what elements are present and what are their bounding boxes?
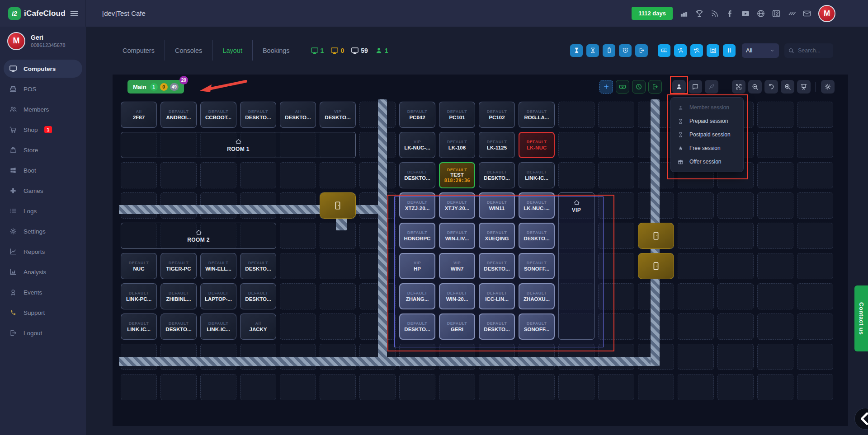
search-input[interactable] [797,47,830,54]
tab-computers[interactable]: Computers [113,40,165,61]
chat-button[interactable] [689,80,702,94]
tab-layout[interactable]: Layout [212,40,252,61]
computer-tile[interactable]: DEFAULTDESKTO... [479,162,515,188]
fullscreen-button[interactable] [732,80,745,94]
hourglass-fill-button[interactable] [570,44,583,57]
computer-tile[interactable]: DEFAULTDESKTO... [240,283,276,309]
sidebar-item-members[interactable]: Members [4,100,82,118]
door-tile[interactable] [638,223,674,249]
computer-tile[interactable]: DEFAULTDESKTO... [240,253,276,279]
computer-tile[interactable]: DEFAULTTIGER-PC [160,253,197,279]
exit-button[interactable] [635,44,648,57]
zoom-in-button[interactable] [781,80,794,94]
grid-cell [717,313,754,340]
zoom-out-button[interactable] [748,80,762,94]
sidebar-item-store[interactable]: Store [4,141,82,159]
sidebar-item-pos[interactable]: POS [4,80,82,98]
computer-tile[interactable]: DEFAULTLK-1125 [479,132,515,158]
computer-tile[interactable]: AllJACKY [240,313,276,340]
computer-tile[interactable]: DEFAULTLINK-IC... [519,162,555,188]
sidebar-item-logout[interactable]: Logout [4,324,82,342]
computer-tile[interactable]: DEFAULTLAPTOP-... [200,283,236,309]
menu-item-postpaid-session[interactable]: Postpaid session [671,128,743,141]
sidebar-item-events[interactable]: Events [4,283,82,301]
menu-item-offer-session[interactable]: Offer session [671,155,743,168]
facebook-icon[interactable] [726,9,735,18]
battery-button[interactable] [603,44,615,57]
computer-tile[interactable]: DEFAULTCCBOOT... [200,102,236,128]
sidebar-item-computers[interactable]: Computers [4,60,82,78]
computer-tile[interactable]: DEFAULTLK-106 [439,132,475,158]
youtube-icon[interactable] [741,9,750,18]
computer-tile[interactable]: DEFAULTPC102 [479,102,515,128]
rss-icon[interactable] [710,9,719,18]
sidebar-item-shop[interactable]: Shop1 [4,121,82,139]
globe-icon[interactable] [756,9,765,18]
computer-tile[interactable]: VIPLK-NUC-... [399,132,435,158]
start-session-button[interactable] [672,80,686,94]
sidebar-user[interactable]: M Geri 008612345678 [0,27,86,50]
tab-consoles[interactable]: Consoles [165,40,212,61]
computer-tile[interactable]: AllDESKTO... [280,102,316,128]
door-tile[interactable] [320,192,356,219]
menu-item-free-session[interactable]: Free session [671,141,743,155]
computer-tile[interactable]: VIPDESKTO... [320,102,356,128]
sidebar-toggle-button[interactable] [69,9,79,19]
computer-tile[interactable]: DEFAULTLINK-IC... [200,313,236,340]
person-plus-button[interactable] [690,44,703,57]
menu-item-prepaid-session[interactable]: Prepaid session [671,114,743,128]
computer-tile[interactable]: DEFAULTNUC [121,253,157,279]
computer-tile[interactable]: DEFAULTDESKTO... [399,162,435,188]
computer-tile[interactable]: DEFAULTWIN-ELL... [200,253,236,279]
gear-icon [9,227,17,235]
computer-tile[interactable]: All2F87 [121,102,157,128]
computer-tile[interactable]: DEFAULTPC101 [439,102,475,128]
door-tile[interactable] [638,253,674,279]
add-computer-button[interactable] [599,80,613,94]
sidebar-item-boot[interactable]: Boot [4,161,82,179]
checkout-button[interactable] [648,80,662,94]
computer-tile[interactable]: DEFAULTTEST818:29:36 [439,162,475,188]
banknote-button[interactable] [658,44,670,57]
layers-icon[interactable] [787,9,796,18]
sidebar-item-analysis[interactable]: Analysis [4,263,82,281]
hourglass-button[interactable] [586,44,599,57]
sidebar-item-games[interactable]: Games [4,182,82,200]
mail-icon[interactable] [802,9,811,18]
pen-button[interactable] [705,80,718,94]
person-star-button[interactable] [674,44,687,57]
sidebar-item-settings[interactable]: Settings [4,222,82,240]
computer-tile[interactable]: DEFAULTANDROI... [160,102,197,128]
alarm-button[interactable] [619,44,632,57]
map-tab-main[interactable]: Main 1049 20 [127,80,184,94]
contact-us-button[interactable]: Contact us [854,285,868,351]
computer-tile[interactable]: DEFAULTDESKTO... [160,313,197,340]
tab-bookings[interactable]: Bookings [253,40,300,61]
computer-tile[interactable]: DEFAULTROG-LA... [519,102,555,128]
i2logo-icon[interactable] [772,9,781,18]
screen-box-button[interactable] [707,44,719,57]
collapse-fab[interactable] [854,408,868,430]
payment-button[interactable] [616,80,629,94]
computer-tile[interactable]: DEFAULTLINK-IC... [121,313,157,340]
sidebar-item-logs[interactable]: Logs [4,202,82,220]
computer-tile[interactable]: DEFAULTLK-NUC [519,132,555,158]
user-avatar[interactable]: M [818,5,835,22]
layout-canvas[interactable]: ROOM 1ROOM 2VIPAll2F87DEFAULTANDROI...DE… [113,75,848,426]
subscription-days-badge[interactable]: 1112 days [632,7,673,20]
sidebar-item-reports[interactable]: Reports [4,243,82,261]
tile-group-label: DEFAULT [407,170,427,174]
layout-settings-button[interactable] [821,80,835,94]
time-button[interactable] [632,80,646,94]
computer-tile[interactable]: DEFAULTDESKTO... [240,102,276,128]
computer-tile[interactable]: DEFAULTZHIBINL... [160,283,197,309]
sidebar-item-support[interactable]: Support [4,304,82,322]
trophy-icon[interactable] [695,9,704,18]
podium-icon[interactable] [679,9,689,18]
pause-button[interactable] [723,44,736,57]
computer-tile[interactable]: DEFAULTPC042 [399,102,435,128]
reset-view-button[interactable] [764,80,778,94]
screen-filter-button[interactable] [797,80,811,94]
computer-filter-select[interactable]: All [742,43,779,58]
computer-tile[interactable]: DEFAULTLINK-PC... [121,283,157,309]
